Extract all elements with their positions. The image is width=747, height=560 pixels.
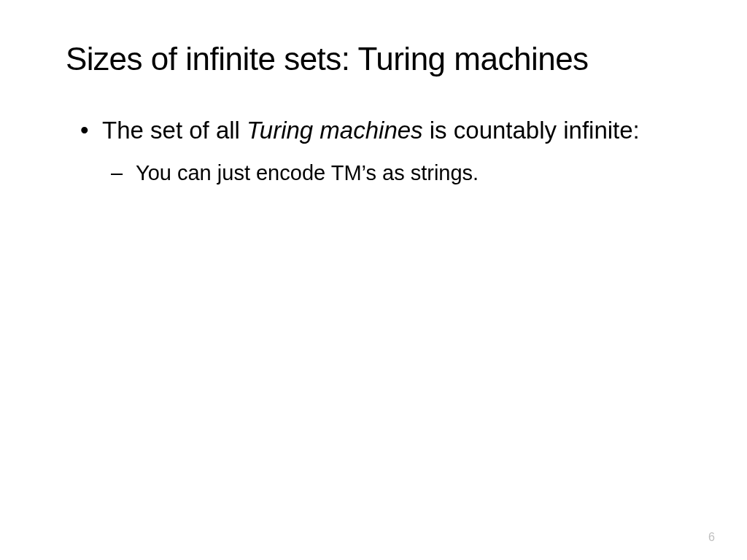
slide-content: The set of all Turing machines is counta…: [66, 115, 681, 187]
bullet1-text-pre: The set of all: [102, 117, 247, 144]
slide-container: Sizes of infinite sets: Turing machines …: [0, 0, 747, 560]
slide-title: Sizes of infinite sets: Turing machines: [66, 40, 681, 79]
bullet-item-1: The set of all Turing machines is counta…: [80, 115, 681, 187]
bullet-list-level2: You can just encode TM’s as strings.: [102, 160, 681, 187]
page-number: 6: [708, 531, 715, 544]
bullet1-text-italic: Turing machines: [247, 117, 423, 144]
bullet-list-level1: The set of all Turing machines is counta…: [80, 115, 681, 187]
bullet1-text-post: is countably infinite:: [423, 117, 640, 144]
sub-bullet-item-1: You can just encode TM’s as strings.: [111, 160, 681, 187]
